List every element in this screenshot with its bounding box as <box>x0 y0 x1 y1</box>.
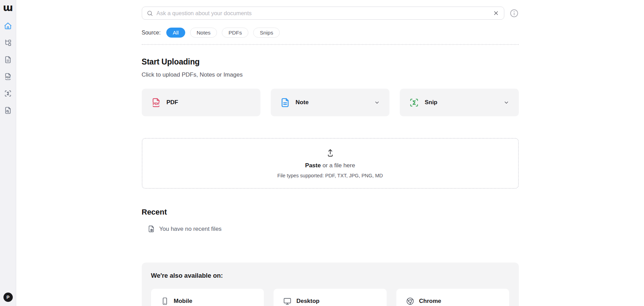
upload-icon <box>326 148 335 158</box>
chevron-down-icon[interactable] <box>503 99 510 106</box>
section-divider <box>142 44 519 45</box>
platform-card-mobile[interactable]: Mobile <box>151 289 264 306</box>
sidebar: ɯ <box>0 0 16 306</box>
source-chip-all[interactable]: All <box>166 28 185 38</box>
platform-label: Mobile <box>174 298 192 305</box>
source-chip-snips[interactable]: Snips <box>253 28 280 38</box>
content-column: Source: All Notes PDFs Snips Start Uploa… <box>142 0 519 306</box>
svg-text:PDF: PDF <box>5 76 11 79</box>
sidebar-item-pdfs[interactable]: PDF <box>4 72 12 81</box>
sidebar-item-tree[interactable] <box>4 39 12 47</box>
app-logo[interactable]: ɯ <box>3 3 13 13</box>
paste-dropzone[interactable]: Pasteor a file here File types supported… <box>142 138 519 189</box>
monitor-icon <box>283 297 291 305</box>
upload-card-label: Note <box>296 99 309 106</box>
search-input[interactable] <box>157 10 489 17</box>
platform-cards-row: Mobile Desktop <box>151 289 509 306</box>
source-filter: Source: All Notes PDFs Snips <box>142 28 519 38</box>
start-uploading-title: Start Uploading <box>142 57 519 67</box>
sidebar-item-search-files[interactable] <box>4 106 12 115</box>
smartphone-icon <box>161 297 169 305</box>
info-button[interactable] <box>509 9 519 18</box>
snip-icon <box>409 97 419 108</box>
tree-icon <box>4 39 12 47</box>
supported-file-types: File types supported: PDF, TXT, JPG, PNG… <box>277 173 383 178</box>
svg-text:PDF: PDF <box>152 102 159 106</box>
upload-card-pdf[interactable]: PDF PDF <box>142 89 260 116</box>
recent-title: Recent <box>142 208 519 217</box>
paste-rest-text: or a file here <box>323 162 355 169</box>
note-file-icon <box>280 97 290 108</box>
start-uploading-subtitle: Click to upload PDFs, Notes or Images <box>142 71 519 78</box>
platform-card-desktop[interactable]: Desktop <box>274 289 387 306</box>
upload-card-snip[interactable]: Snip <box>400 89 518 116</box>
recent-empty-state: You have no recent files <box>147 225 519 233</box>
snip-icon <box>4 89 12 98</box>
source-chip-notes[interactable]: Notes <box>190 28 217 38</box>
main-area: Source: All Notes PDFs Snips Start Uploa… <box>16 0 644 306</box>
platform-card-chrome[interactable]: Chrome <box>396 289 509 306</box>
clear-search-button[interactable] <box>493 10 499 17</box>
source-label: Source: <box>142 30 161 36</box>
info-icon <box>509 9 519 18</box>
sidebar-item-notes[interactable] <box>4 56 12 64</box>
platform-label: Chrome <box>419 298 441 305</box>
close-icon <box>493 10 499 17</box>
chevron-down-icon[interactable] <box>374 99 380 106</box>
user-avatar[interactable]: P <box>3 293 13 302</box>
file-search-icon <box>4 106 12 115</box>
upload-card-label: Snip <box>425 99 437 106</box>
note-file-icon <box>4 56 12 64</box>
paste-instruction: Pasteor a file here <box>305 162 355 169</box>
source-chip-pdfs[interactable]: PDFs <box>222 28 248 38</box>
pdf-file-icon: PDF <box>4 72 12 81</box>
search-row <box>142 7 519 20</box>
sidebar-item-snips[interactable] <box>4 89 12 98</box>
platform-label: Desktop <box>296 298 319 305</box>
sidebar-nav: PDF <box>4 22 12 115</box>
recent-empty-message: You have no recent files <box>159 226 222 233</box>
search-bar[interactable] <box>142 7 504 20</box>
pdf-file-icon: PDF <box>151 97 161 108</box>
chrome-icon <box>406 297 414 305</box>
file-clock-icon <box>147 225 155 233</box>
sidebar-item-home[interactable] <box>4 22 12 30</box>
search-icon <box>147 10 153 17</box>
upload-cards-row: PDF PDF Note <box>142 89 519 116</box>
upload-card-label: PDF <box>167 99 178 106</box>
availability-title: We're also available on: <box>151 272 509 279</box>
availability-section: We're also available on: Mobile <box>142 263 519 306</box>
paste-keyword: Paste <box>305 162 321 169</box>
home-icon <box>4 22 12 30</box>
upload-card-note[interactable]: Note <box>271 89 389 116</box>
